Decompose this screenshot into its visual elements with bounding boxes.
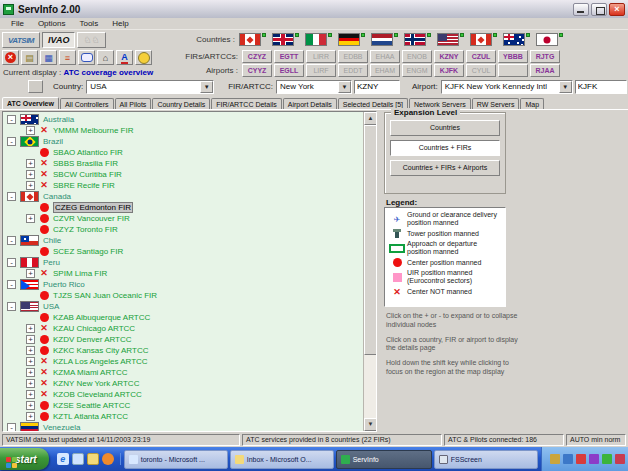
- country-flag-canada[interactable]: [239, 33, 266, 46]
- tree-country-label[interactable]: USA: [43, 302, 59, 311]
- task-button-servinfo[interactable]: ServInfo: [336, 450, 432, 469]
- clipboard-icon[interactable]: [21, 50, 38, 65]
- tray-icon-6[interactable]: [615, 454, 625, 464]
- tree-fir-label[interactable]: CZYZ Toronto FIR: [53, 225, 118, 234]
- expand-icon[interactable]: +: [26, 368, 35, 377]
- tree-fir-label[interactable]: SCEZ Santiago FIR: [53, 247, 123, 256]
- tab-all-controllers[interactable]: All Controllers: [60, 98, 114, 109]
- task-button-fsscreen[interactable]: FSScreen: [434, 450, 538, 469]
- tree-fir-label[interactable]: KZDV Denver ARTCC: [53, 335, 132, 344]
- close-button[interactable]: ×: [609, 3, 625, 16]
- expand-icon[interactable]: +: [26, 357, 35, 366]
- expansion-button-countries-firs[interactable]: Countries + FIRs: [390, 140, 500, 156]
- task-button-ie[interactable]: toronto - Microsoft ...: [124, 450, 228, 469]
- expand-icon[interactable]: +: [26, 159, 35, 168]
- tray-icon-2[interactable]: [563, 454, 573, 464]
- restore-button[interactable]: [591, 3, 607, 16]
- collapse-icon[interactable]: -: [7, 280, 16, 289]
- expand-icon[interactable]: +: [26, 181, 35, 190]
- tray-icon-3[interactable]: [576, 454, 586, 464]
- expansion-button-countries-firs-airports[interactable]: Countries + FIRs + Airports: [390, 160, 500, 176]
- tree-fir-label[interactable]: KZKC Kansas City ARTCC: [53, 346, 148, 355]
- tab-all-pilots[interactable]: All Pilots: [115, 98, 152, 109]
- tree-country-label[interactable]: Venezuela: [43, 423, 80, 432]
- expansion-button-countries[interactable]: Countries: [390, 120, 500, 136]
- tree-fir-label[interactable]: KZOB Cleveland ARTCC: [53, 390, 142, 399]
- country-flag-norway[interactable]: [404, 33, 431, 46]
- expand-icon[interactable]: +: [26, 401, 35, 410]
- scroll-up-icon[interactable]: ▲: [364, 112, 377, 125]
- country-flag-canada[interactable]: [470, 33, 497, 46]
- tray-icon-4[interactable]: [589, 454, 599, 464]
- tree-fir-label[interactable]: KZAU Chicago ARTCC: [53, 324, 135, 333]
- country-flag-italy[interactable]: [305, 33, 332, 46]
- country-combo[interactable]: USA ▼: [86, 80, 214, 94]
- tree-fir-label[interactable]: SBRE Recife FIR: [53, 181, 115, 190]
- tree-fir-label[interactable]: KZLA Los Angeles ARTCC: [53, 357, 148, 366]
- tree-fir-label[interactable]: KZAB Albuquerque ARTCC: [53, 313, 150, 322]
- menu-tools[interactable]: Tools: [72, 19, 105, 28]
- list-icon[interactable]: [59, 50, 76, 65]
- tab-country-details[interactable]: Country Details: [152, 98, 210, 109]
- airport-button-kjfk[interactable]: KJFK: [434, 64, 464, 77]
- tree-country-label[interactable]: Canada: [43, 192, 71, 201]
- tree-fir-label[interactable]: SPIM Lima FIR: [53, 269, 107, 278]
- tab-rw-servers[interactable]: RW Servers: [472, 98, 520, 109]
- airport-button-rjaa[interactable]: RJAA: [530, 64, 560, 77]
- font-icon[interactable]: [116, 50, 133, 65]
- expand-icon[interactable]: +: [26, 170, 35, 179]
- fir-button-egtt[interactable]: EGTT: [274, 50, 304, 63]
- ie-quicklaunch-icon[interactable]: e: [57, 453, 69, 465]
- chevron-down-icon[interactable]: ▼: [200, 81, 213, 93]
- airport-combo[interactable]: KJFK New York Kennedy Intl ▼: [441, 80, 573, 94]
- collapse-icon[interactable]: -: [7, 192, 16, 201]
- tree-fir-label[interactable]: YMMM Melbourne FIR: [53, 126, 133, 135]
- country-flag-uk[interactable]: [272, 33, 299, 46]
- airport-button-egll[interactable]: EGLL: [274, 64, 304, 77]
- selector-small-button[interactable]: [28, 80, 43, 93]
- members-button[interactable]: ♘♘: [77, 32, 105, 48]
- tree-fir-label[interactable]: KZNY New York ARTCC: [53, 379, 139, 388]
- scroll-down-icon[interactable]: ▼: [364, 418, 377, 431]
- fir-code-input[interactable]: [354, 80, 400, 94]
- tray-icon-1[interactable]: [550, 454, 560, 464]
- menu-options[interactable]: Options: [31, 19, 73, 28]
- tray-icon-5[interactable]: [602, 454, 612, 464]
- expand-icon[interactable]: +: [26, 269, 35, 278]
- country-flag-germany[interactable]: [338, 33, 365, 46]
- tree-fir-label[interactable]: SBAO Atlantico FIR: [53, 148, 123, 157]
- fir-button-czyz[interactable]: CZYZ: [242, 50, 272, 63]
- fir-button-ybbb[interactable]: YBBB: [498, 50, 528, 63]
- country-flag-australia[interactable]: [503, 33, 530, 46]
- home-icon[interactable]: [97, 50, 114, 65]
- country-flag-netherlands[interactable]: [371, 33, 398, 46]
- fir-combo[interactable]: New York ▼: [276, 80, 352, 94]
- expand-icon[interactable]: +: [26, 346, 35, 355]
- tree-fir-label[interactable]: KZMA Miami ARTCC: [53, 368, 128, 377]
- tree-country-label[interactable]: Peru: [43, 258, 60, 267]
- expand-icon[interactable]: +: [26, 412, 35, 421]
- country-flag-usa[interactable]: [437, 33, 464, 46]
- tree-fir-label[interactable]: SBCW Curitiba FIR: [53, 170, 122, 179]
- tab-atc-overview[interactable]: ATC Overview: [2, 97, 59, 109]
- tree-country-label[interactable]: Brazil: [43, 137, 63, 146]
- minimize-button[interactable]: [573, 3, 589, 16]
- tree-fir-label[interactable]: CZVR Vancouver FIR: [53, 214, 130, 223]
- fir-button-czul[interactable]: CZUL: [466, 50, 496, 63]
- tree-scrollbar[interactable]: ▲ ▼: [363, 112, 376, 431]
- grid-icon[interactable]: [40, 50, 57, 65]
- country-flag-japan[interactable]: [536, 33, 563, 46]
- expand-icon[interactable]: +: [26, 324, 35, 333]
- collapse-icon[interactable]: -: [7, 423, 16, 432]
- airport-code-input[interactable]: [575, 80, 627, 94]
- collapse-icon[interactable]: -: [7, 302, 16, 311]
- tree-fir-label[interactable]: CZEG Edmonton FIR: [53, 202, 133, 213]
- tree-fir-label[interactable]: KZSE Seattle ARTCC: [53, 401, 130, 410]
- expand-icon[interactable]: +: [26, 335, 35, 344]
- expand-icon[interactable]: +: [26, 390, 35, 399]
- tree-country-label[interactable]: Chile: [43, 236, 61, 245]
- collapse-icon[interactable]: -: [7, 236, 16, 245]
- tree-fir-label[interactable]: KZTL Atlanta ARTCC: [53, 412, 128, 421]
- start-button[interactable]: start: [0, 448, 49, 470]
- expand-icon[interactable]: +: [26, 214, 35, 223]
